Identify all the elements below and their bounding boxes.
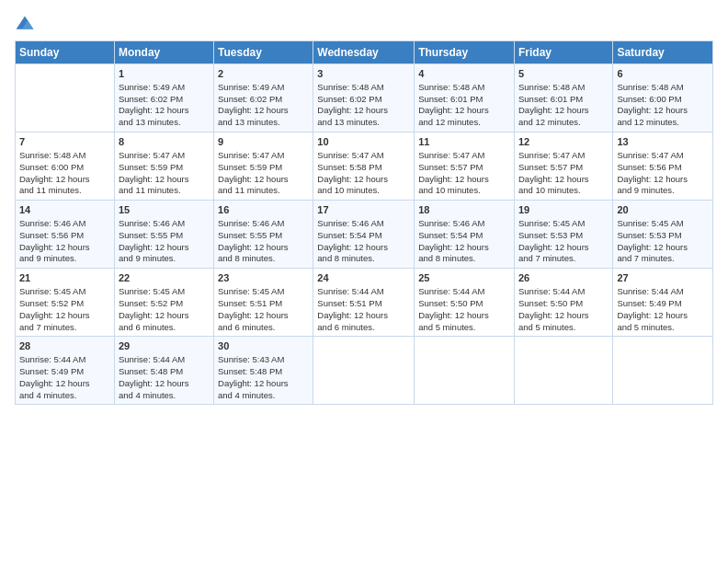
day-number: 14 [19,203,110,217]
cell-info-line: Sunrise: 5:47 AM [218,150,309,162]
cell-info-line: Daylight: 12 hours [617,174,709,186]
cell-info-line: Sunset: 6:02 PM [218,94,309,106]
calendar-cell: 12Sunrise: 5:47 AMSunset: 5:57 PMDayligh… [514,132,612,201]
cell-info-line: Sunrise: 5:46 AM [218,218,309,230]
day-number: 4 [418,67,510,81]
cell-info-line: Sunset: 5:54 PM [418,230,510,242]
calendar-cell: 13Sunrise: 5:47 AMSunset: 5:56 PMDayligh… [613,132,713,201]
day-number: 26 [518,271,609,285]
cell-info-line: and 9 minutes. [119,253,210,265]
cell-info-line: Sunset: 5:51 PM [218,298,309,310]
day-number: 5 [518,67,609,81]
calendar-cell [613,337,713,405]
calendar-cell [16,64,115,132]
cell-info-line: Sunrise: 5:48 AM [317,82,410,94]
day-header-friday: Friday [514,41,612,64]
day-number: 30 [218,339,309,353]
cell-info-line: Daylight: 12 hours [418,310,510,322]
cell-info-line: Sunset: 5:57 PM [418,162,510,174]
days-header-row: SundayMondayTuesdayWednesdayThursdayFrid… [16,41,713,64]
cell-info-line: Sunset: 6:01 PM [518,94,609,106]
cell-info-line: Sunrise: 5:44 AM [617,286,709,298]
cell-info-line: and 11 minutes. [119,185,210,197]
cell-info-line: Sunset: 5:51 PM [317,298,410,310]
cell-info-line: Sunrise: 5:49 AM [218,82,309,94]
cell-info-line: Sunrise: 5:46 AM [119,218,210,230]
calendar-cell: 14Sunrise: 5:46 AMSunset: 5:56 PMDayligh… [16,201,115,269]
calendar-cell: 20Sunrise: 5:45 AMSunset: 5:53 PMDayligh… [613,201,713,269]
calendar-cell: 27Sunrise: 5:44 AMSunset: 5:49 PMDayligh… [613,269,713,337]
day-number: 29 [119,339,210,353]
day-number: 10 [317,135,410,149]
cell-info-line: Sunrise: 5:45 AM [518,218,609,230]
day-number: 27 [617,271,709,285]
cell-info-line: Sunset: 5:49 PM [617,298,709,310]
cell-info-line: and 13 minutes. [317,117,410,129]
cell-info-line: Sunset: 6:00 PM [617,94,709,106]
day-header-monday: Monday [114,41,213,64]
logo-icon [15,15,35,35]
cell-info-line: Sunset: 5:56 PM [617,162,709,174]
cell-info-line: Daylight: 12 hours [418,242,510,254]
cell-info-line: Sunrise: 5:45 AM [218,286,309,298]
cell-info-line: and 13 minutes. [119,117,210,129]
calendar-cell: 9Sunrise: 5:47 AMSunset: 5:59 PMDaylight… [214,132,313,201]
cell-info-line: Sunset: 5:54 PM [317,230,410,242]
cell-info-line: Sunset: 5:59 PM [119,162,210,174]
calendar-cell [313,337,415,405]
cell-info-line: Daylight: 12 hours [218,174,309,186]
header [15,11,713,35]
day-number: 2 [218,67,309,81]
cell-info-line: Sunset: 5:58 PM [317,162,410,174]
day-number: 11 [418,135,510,149]
day-header-wednesday: Wednesday [313,41,415,64]
cell-info-line: Daylight: 12 hours [317,105,410,117]
cell-info-line: Daylight: 12 hours [317,174,410,186]
day-number: 15 [119,203,210,217]
cell-info-line: and 5 minutes. [617,322,709,334]
cell-info-line: and 6 minutes. [119,322,210,334]
cell-info-line: Sunset: 5:52 PM [119,298,210,310]
cell-info-line: Sunrise: 5:47 AM [317,150,410,162]
week-row-1: 1Sunrise: 5:49 AMSunset: 6:02 PMDaylight… [16,64,713,132]
cell-info-line: Sunrise: 5:47 AM [119,150,210,162]
calendar-cell: 19Sunrise: 5:45 AMSunset: 5:53 PMDayligh… [514,201,612,269]
calendar-cell: 11Sunrise: 5:47 AMSunset: 5:57 PMDayligh… [415,132,515,201]
cell-info-line: and 9 minutes. [617,185,709,197]
week-row-3: 14Sunrise: 5:46 AMSunset: 5:56 PMDayligh… [16,201,713,269]
day-number: 25 [418,271,510,285]
calendar-cell: 23Sunrise: 5:45 AMSunset: 5:51 PMDayligh… [214,269,313,337]
cell-info-line: and 11 minutes. [218,185,309,197]
cell-info-line: and 8 minutes. [317,253,410,265]
cell-info-line: Daylight: 12 hours [518,174,609,186]
cell-info-line: Sunset: 5:48 PM [218,366,309,378]
day-number: 17 [317,203,410,217]
cell-info-line: and 5 minutes. [418,322,510,334]
cell-info-line: and 4 minutes. [218,390,309,402]
cell-info-line: Daylight: 12 hours [617,310,709,322]
cell-info-line: Sunset: 6:02 PM [317,94,410,106]
cell-info-line: Daylight: 12 hours [19,242,110,254]
calendar-cell: 28Sunrise: 5:44 AMSunset: 5:49 PMDayligh… [16,337,115,405]
cell-info-line: Daylight: 12 hours [119,174,210,186]
cell-info-line: Daylight: 12 hours [19,174,110,186]
cell-info-line: Sunset: 5:48 PM [119,366,210,378]
calendar-cell: 6Sunrise: 5:48 AMSunset: 6:00 PMDaylight… [613,64,713,132]
cell-info-line: and 12 minutes. [518,117,609,129]
cell-info-line: Sunset: 5:52 PM [19,298,110,310]
week-row-2: 7Sunrise: 5:48 AMSunset: 6:00 PMDaylight… [16,132,713,201]
calendar-cell: 18Sunrise: 5:46 AMSunset: 5:54 PMDayligh… [415,201,515,269]
cell-info-line: Sunrise: 5:45 AM [119,286,210,298]
cell-info-line: Sunrise: 5:47 AM [617,150,709,162]
calendar-cell: 7Sunrise: 5:48 AMSunset: 6:00 PMDaylight… [16,132,115,201]
cell-info-line: Daylight: 12 hours [218,105,309,117]
day-header-thursday: Thursday [415,41,515,64]
calendar-cell: 2Sunrise: 5:49 AMSunset: 6:02 PMDaylight… [214,64,313,132]
day-number: 21 [19,271,110,285]
day-number: 9 [218,135,309,149]
cell-info-line: Daylight: 12 hours [518,105,609,117]
calendar-cell [514,337,612,405]
calendar-page: SundayMondayTuesdayWednesdayThursdayFrid… [0,0,728,563]
calendar-cell: 26Sunrise: 5:44 AMSunset: 5:50 PMDayligh… [514,269,612,337]
calendar-cell: 22Sunrise: 5:45 AMSunset: 5:52 PMDayligh… [114,269,213,337]
